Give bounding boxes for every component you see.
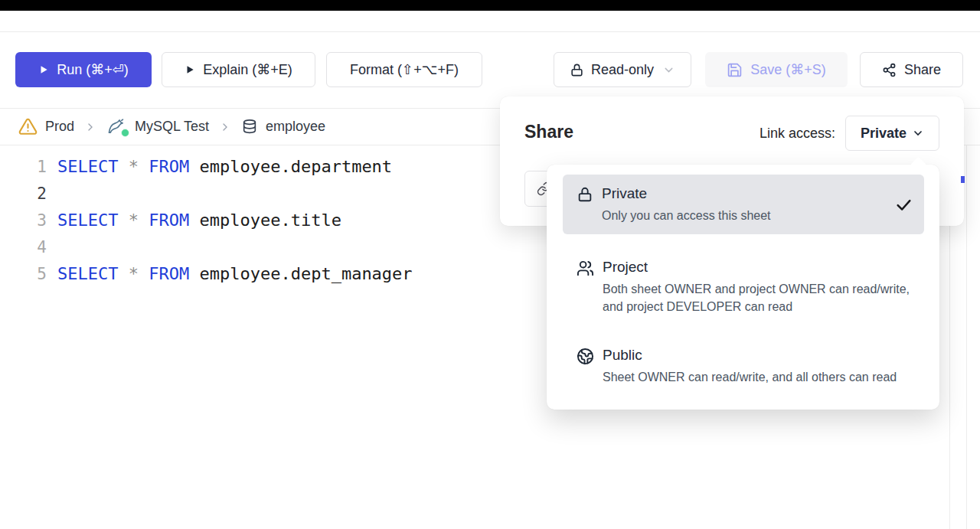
run-button[interactable]: Run (⌘+⏎)	[15, 52, 152, 87]
breadcrumb-environment[interactable]: Prod	[18, 117, 74, 136]
text-caret	[961, 176, 965, 183]
code-line: 3 SELECT * FROM employee.title	[0, 207, 498, 233]
instance-label: MySQL Test	[135, 119, 209, 135]
explain-button[interactable]: Explain (⌘+E)	[162, 52, 315, 87]
play-icon	[185, 64, 195, 75]
share-label: Share	[904, 62, 941, 78]
share-button[interactable]: Share	[860, 52, 963, 87]
instance-status-dot	[121, 129, 129, 137]
sql-identifier: employee.dept_manager	[199, 264, 412, 283]
sql-operator: *	[129, 157, 149, 176]
sql-keyword: SELECT	[57, 264, 129, 283]
menu-item-description: Only you can access this sheet	[602, 207, 771, 224]
sql-keyword: FROM	[149, 211, 199, 230]
format-button[interactable]: Format (⇧+⌥+F)	[326, 52, 482, 87]
breadcrumb-database[interactable]: employee	[241, 119, 325, 136]
globe-icon	[577, 348, 594, 365]
warning-icon	[18, 117, 38, 136]
link-access-label: Link access:	[760, 126, 835, 142]
link-access-menu: Private Only you can access this sheet P…	[547, 165, 939, 410]
top-bar	[0, 0, 980, 11]
share-popover-title: Share	[524, 122, 573, 142]
chevron-right-icon	[84, 121, 96, 133]
readonly-mode-dropdown[interactable]: Read-only	[554, 52, 691, 87]
sql-keyword: FROM	[149, 157, 199, 176]
breadcrumb-instance[interactable]: MySQL Test	[106, 118, 209, 136]
sql-operator: *	[129, 211, 149, 230]
share-icon	[882, 63, 897, 77]
save-label: Save (⌘+S)	[750, 61, 826, 78]
play-icon	[38, 64, 49, 75]
code-line: 5 SELECT * FROM employee.dept_manager	[0, 260, 498, 287]
menu-item-private[interactable]: Private Only you can access this sheet	[563, 175, 924, 234]
panel-divider	[966, 109, 967, 529]
check-icon	[894, 195, 913, 214]
code-line: 1 SELECT * FROM employee.department	[0, 153, 498, 180]
line-number: 4	[0, 238, 47, 256]
sql-keyword: SELECT	[57, 211, 129, 230]
sql-editor[interactable]: 1 SELECT * FROM employee.department 2 3 …	[0, 153, 498, 287]
code-line: 2	[0, 180, 498, 207]
menu-item-title: Project	[603, 258, 913, 276]
environment-label: Prod	[45, 119, 74, 135]
chevron-right-icon	[219, 121, 231, 133]
users-icon	[577, 260, 594, 277]
menu-item-project[interactable]: Project Both sheet OWNER and project OWN…	[563, 250, 924, 324]
menu-item-title: Public	[603, 346, 897, 364]
line-number-active: 2	[0, 184, 47, 203]
run-label: Run (⌘+⏎)	[57, 61, 129, 78]
menu-item-title: Private	[602, 184, 771, 203]
database-icon	[241, 119, 258, 136]
sql-keyword: FROM	[149, 264, 199, 283]
save-icon	[727, 62, 743, 78]
line-number: 5	[0, 265, 47, 283]
sql-identifier: employee.department	[199, 157, 392, 176]
code-line: 4	[0, 233, 498, 260]
link-access-value: Private	[861, 126, 906, 142]
save-button: Save (⌘+S)	[705, 52, 848, 87]
line-number: 1	[0, 158, 47, 176]
format-label: Format (⇧+⌥+F)	[350, 61, 459, 78]
chevron-down-icon	[912, 127, 924, 139]
menu-item-description: Both sheet OWNER and project OWNER can r…	[603, 280, 913, 315]
menu-item-public[interactable]: Public Sheet OWNER can read/write, and a…	[563, 338, 924, 394]
database-label: employee	[266, 119, 325, 135]
lock-icon	[577, 186, 593, 203]
lock-icon	[570, 63, 584, 77]
line-number: 3	[0, 211, 47, 230]
sql-keyword: SELECT	[57, 157, 129, 176]
explain-label: Explain (⌘+E)	[203, 61, 292, 78]
sql-identifier: employee.title	[199, 211, 341, 230]
readonly-label: Read-only	[591, 62, 654, 78]
chevron-down-icon	[662, 64, 675, 77]
menu-item-description: Sheet OWNER can read/write, and all othe…	[603, 368, 897, 386]
link-access-dropdown[interactable]: Private	[845, 116, 939, 151]
sql-operator: *	[129, 264, 149, 283]
toolbar-divider	[0, 31, 980, 32]
